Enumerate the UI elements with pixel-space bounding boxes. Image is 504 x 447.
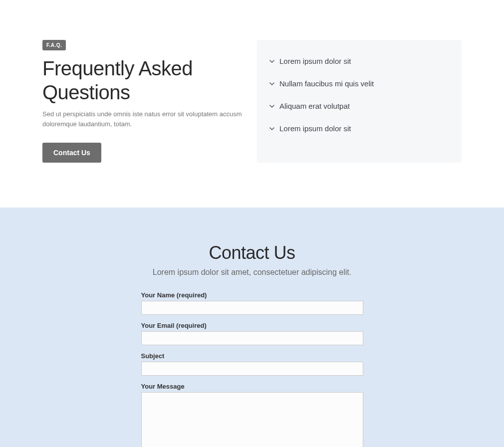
accordion-item[interactable]: Lorem ipsum dolor sit [269,50,449,72]
contact-inner: Contact Us Lorem ipsum dolor sit amet, c… [141,242,363,447]
accordion-label: Nullam faucibus mi quis velit [279,79,374,88]
faq-section: F.A.Q. Frequently Asked Questions Sed ut… [0,0,504,208]
subject-field[interactable] [141,362,363,376]
name-label: Your Name (required) [141,291,363,299]
accordion-item[interactable]: Lorem ipsum dolor sit [269,117,449,140]
chevron-down-icon [269,126,274,131]
contact-title: Contact Us [141,242,363,263]
accordion-label: Lorem ipsum dolor sit [279,57,351,65]
chevron-down-icon [269,104,274,109]
subject-label: Subject [141,352,363,360]
message-field[interactable] [141,392,363,447]
email-field[interactable] [141,331,363,345]
chevron-down-icon [269,81,274,86]
faq-title: Frequently Asked Questions [42,56,242,104]
faq-accordion: Lorem ipsum dolor sit Nullam faucibus mi… [257,40,462,163]
accordion-item[interactable]: Nullam faucibus mi quis velit [269,72,449,95]
name-field[interactable] [141,301,363,315]
accordion-label: Lorem ipsum dolor sit [279,124,351,133]
accordion-item[interactable]: Aliquam erat volutpat [269,95,449,117]
message-label: Your Message [141,383,363,390]
form-group-name: Your Name (required) [141,291,363,315]
faq-badge: F.A.Q. [42,40,66,50]
form-group-email: Your Email (required) [141,322,363,345]
form-group-subject: Subject [141,352,363,376]
contact-us-button[interactable]: Contact Us [42,143,101,163]
contact-subtitle: Lorem ipsum dolor sit amet, consectetuer… [141,266,363,278]
form-group-message: Your Message [141,383,363,447]
faq-intro: F.A.Q. Frequently Asked Questions Sed ut… [42,40,242,163]
accordion-label: Aliquam erat volutpat [279,102,350,110]
email-label: Your Email (required) [141,322,363,329]
contact-section: Contact Us Lorem ipsum dolor sit amet, c… [0,208,504,447]
chevron-down-icon [269,59,274,64]
faq-subtitle: Sed ut perspiciatis unde omnis iste natu… [42,109,242,129]
